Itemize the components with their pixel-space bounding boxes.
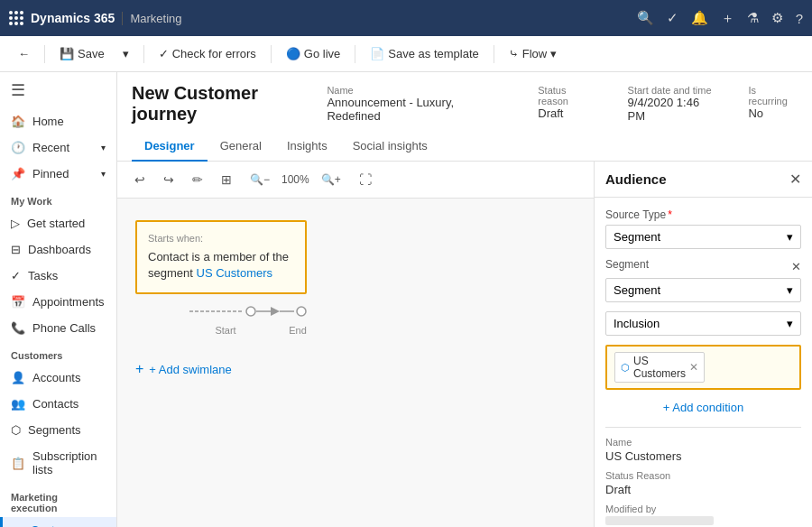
source-type-chevron: ▾ — [787, 230, 793, 244]
flow-button[interactable]: ⤷ Flow ▾ — [502, 43, 564, 64]
inclusion-chevron: ▾ — [787, 317, 793, 330]
zoom-out-button[interactable]: 🔍− — [244, 170, 276, 190]
sidebar-item-pinned[interactable]: 📌 Pinned ▾ — [0, 161, 116, 187]
module-name: Marketing — [122, 12, 181, 25]
svg-marker-3 — [271, 307, 280, 316]
designer-wrapper: ↩ ↪ ✏ ⊞ 🔍− 100% 🔍+ ⛶ Starts when: Contac… — [117, 162, 812, 527]
hamburger-button[interactable]: ☰ — [0, 72, 116, 108]
canvas-area: ↩ ↪ ✏ ⊞ 🔍− 100% 🔍+ ⛶ Starts when: Contac… — [117, 162, 594, 527]
meta-name: Name Announcement - Luxury, Redefined — [327, 85, 509, 123]
segment-search-input[interactable] — [710, 361, 812, 374]
divider2 — [143, 45, 144, 63]
dashboards-icon: ⊟ — [11, 243, 21, 256]
required-indicator: * — [668, 208, 672, 221]
info-name: Name US Customers — [605, 437, 801, 463]
sidebar-item-subscription-lists[interactable]: 📋 Subscription lists — [0, 443, 116, 483]
journey-canvas: Starts when: Contact is a member of the … — [117, 199, 594, 399]
pencil-button[interactable]: ✏ — [186, 169, 209, 190]
sidebar-item-accounts[interactable]: 👤 Accounts — [0, 365, 116, 391]
check-errors-button[interactable]: ✓ Check for errors — [152, 43, 263, 64]
recent-icon: 🕐 — [11, 141, 25, 154]
help-icon[interactable]: ? — [796, 11, 803, 26]
info-modified-by: Modified by — [605, 504, 801, 525]
zoom-in-button[interactable]: 🔍+ — [315, 170, 347, 190]
app-grid-icon[interactable] — [9, 11, 23, 25]
audience-close-button[interactable]: ✕ — [789, 171, 801, 188]
tab-designer[interactable]: Designer — [132, 132, 208, 162]
audience-title: Audience — [605, 171, 667, 187]
customers-header: Customers — [0, 341, 116, 365]
sidebar-item-get-started[interactable]: ▷ Get started — [0, 210, 116, 236]
back-icon: ← — [18, 47, 30, 60]
page-header: New Customer journey Name Announcement -… — [117, 72, 812, 162]
fullscreen-button[interactable]: ⛶ — [353, 169, 378, 190]
segment-select[interactable]: Segment ▾ — [605, 278, 801, 302]
save-button[interactable]: 💾 Save — [52, 43, 112, 64]
sidebar-item-tasks[interactable]: ✓ Tasks — [0, 263, 116, 289]
tag-remove-button[interactable]: ✕ — [689, 361, 698, 374]
marketing-header: Marketing execution — [0, 483, 116, 517]
segment-remove-icon[interactable]: ✕ — [791, 260, 801, 273]
tag-segment-icon: ⬡ — [621, 362, 630, 374]
info-status: Status Reason Draft — [605, 470, 801, 496]
add-swimlane-button[interactable]: + + Add swimlane — [135, 361, 576, 377]
swimlane-segment-link[interactable]: US Customers — [197, 266, 273, 280]
grid-view-button[interactable]: ⊞ — [215, 169, 238, 190]
modified-by-blur — [605, 516, 714, 525]
source-type-select[interactable]: Segment ▾ — [605, 225, 801, 249]
add-condition-button[interactable]: + Add condition — [605, 397, 801, 418]
sidebar: ☰ 🏠 Home 🕐 Recent ▾ 📌 Pinned ▾ My Work ▷… — [0, 72, 117, 527]
audience-panel: Audience ✕ Source Type * Segment ▾ — [594, 162, 812, 527]
brand: Dynamics 365 Marketing — [31, 11, 181, 25]
sidebar-item-recent[interactable]: 🕐 Recent ▾ — [0, 134, 116, 161]
sidebar-item-appointments[interactable]: 📅 Appointments — [0, 289, 116, 315]
divider3 — [271, 45, 272, 63]
divider — [44, 45, 45, 63]
go-live-button[interactable]: 🔵 Go live — [279, 43, 347, 64]
bell-icon[interactable]: 🔔 — [691, 10, 708, 26]
meta-status: Status reason Draft — [538, 85, 598, 120]
undo-button[interactable]: ↩ — [128, 169, 152, 190]
sidebar-item-contacts[interactable]: 👥 Contacts — [0, 391, 116, 417]
home-icon: 🏠 — [11, 115, 25, 128]
sidebar-item-dashboards[interactable]: ⊟ Dashboards — [0, 236, 116, 263]
plus-icon[interactable]: ＋ — [721, 10, 734, 27]
redo-button[interactable]: ↪ — [157, 169, 180, 190]
tasks-sidebar-icon: ✓ — [11, 269, 21, 282]
go-live-icon: 🔵 — [286, 47, 300, 60]
filter-icon[interactable]: ⚗ — [747, 10, 759, 26]
flow-start-label: Start — [189, 325, 262, 336]
segment-search-box[interactable]: ⬡ US Customers ✕ 🔍 — [605, 345, 801, 390]
swimlane-starts-label: Starts when: — [148, 233, 294, 244]
check-icon: ✓ — [159, 47, 169, 60]
tabs: Designer General Insights Social insight… — [132, 132, 798, 161]
content-area: New Customer journey Name Announcement -… — [117, 72, 812, 527]
inclusion-select[interactable]: Inclusion ▾ — [605, 311, 801, 336]
meta-recurring: Is recurring No — [748, 85, 798, 120]
contacts-icon: 👥 — [11, 397, 25, 411]
sidebar-item-customer-journeys[interactable]: ↗ Customer journeys — [0, 517, 116, 527]
swimlane-box[interactable]: Starts when: Contact is a member of the … — [135, 220, 307, 294]
back-button[interactable]: ← — [11, 43, 37, 64]
tab-insights[interactable]: Insights — [274, 132, 340, 162]
add-swimlane-icon: + — [135, 361, 143, 377]
my-work-header: My Work — [0, 187, 116, 210]
main-layout: ☰ 🏠 Home 🕐 Recent ▾ 📌 Pinned ▾ My Work ▷… — [0, 72, 812, 527]
command-bar: ← 💾 Save ▾ ✓ Check for errors 🔵 Go live … — [0, 36, 812, 72]
divider4 — [355, 45, 355, 63]
tab-social-insights[interactable]: Social insights — [340, 132, 440, 162]
audience-body: Source Type * Segment ▾ Segment ✕ — [595, 198, 812, 527]
sidebar-item-phone-calls[interactable]: 📞 Phone Calls — [0, 315, 116, 341]
settings-icon[interactable]: ⚙ — [771, 10, 783, 26]
tasks-icon[interactable]: ✓ — [667, 10, 678, 26]
tab-general[interactable]: General — [208, 132, 274, 162]
sidebar-item-home[interactable]: 🏠 Home — [0, 108, 116, 134]
save-dropdown-button[interactable]: ▾ — [115, 43, 136, 64]
search-icon[interactable]: 🔍 — [637, 10, 654, 26]
svg-point-5 — [297, 307, 306, 316]
sidebar-item-segments[interactable]: ⬡ Segments — [0, 417, 116, 443]
save-template-button[interactable]: 📄 Save as template — [363, 43, 485, 64]
recent-caret: ▾ — [101, 143, 106, 153]
swimlane-content: Contact is a member of the segment US Cu… — [148, 249, 294, 282]
segment-section: Segment ✕ Segment ▾ Inclusion ▾ — [605, 258, 801, 336]
